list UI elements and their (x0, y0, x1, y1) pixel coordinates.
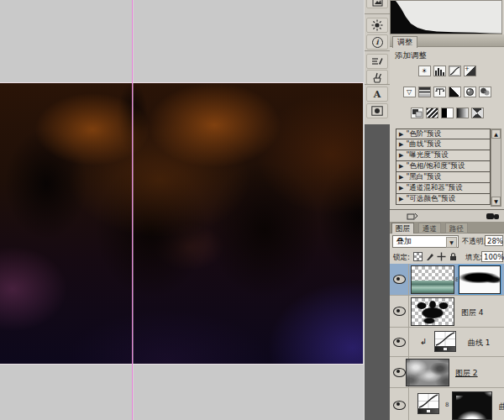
layer-thumbnail[interactable] (406, 359, 449, 386)
clipping-mask-icon: ↲ (420, 337, 427, 346)
adjustment-icons-row-2: ▽ (390, 87, 504, 97)
opacity-value[interactable]: 28% (485, 235, 503, 246)
tab-paths[interactable]: 路径 (445, 223, 468, 234)
threshold-icon[interactable] (441, 108, 454, 118)
preset-levels[interactable]: ▶"色阶"预设 (396, 129, 491, 139)
channel-mixer-icon[interactable] (479, 87, 491, 97)
histogram-graph (391, 1, 501, 34)
eye-icon (393, 338, 406, 347)
brightness-contrast-icon[interactable]: ☀ (418, 66, 431, 76)
preset-black-white[interactable]: ▶"黑白"预设 (396, 172, 491, 183)
layer-thumbnail[interactable] (411, 265, 454, 294)
preset-hue-saturation[interactable]: ▶"色相/饱和度"预设 (396, 161, 491, 172)
fill-label: 填充: (465, 253, 482, 263)
photo-filter-icon[interactable] (464, 87, 476, 97)
visibility-toggle[interactable] (390, 388, 409, 420)
color-balance-icon[interactable] (433, 87, 446, 97)
layer-name[interactable]: 图层 2 (455, 368, 478, 379)
chevron-down-icon[interactable]: ▼ (446, 237, 457, 248)
layer-row[interactable]: 图层 2 (390, 357, 504, 388)
layer-name[interactable]: 图层 4 (461, 307, 484, 318)
vertical-guide[interactable] (132, 0, 133, 420)
add-adjustment-label: 添加调整 (395, 50, 427, 61)
black-white-icon[interactable] (449, 87, 461, 97)
mask-link-icon: 8 (445, 402, 449, 408)
panel-dock-strip: i A (364, 0, 390, 420)
preset-curves[interactable]: ▶"曲线"预设 (396, 139, 491, 150)
layer-thumbnail[interactable] (411, 297, 454, 326)
invert-icon[interactable] (411, 108, 423, 118)
layer-row[interactable]: 图层 4 (390, 296, 504, 328)
adjustment-icons-row-1: ☀ + (390, 66, 504, 76)
layers-list: 8 图层 4 ↲ 曲线 1 (390, 264, 504, 420)
blend-row: 叠加 ▼ 不透明度: 28% (390, 234, 504, 250)
scroll-down-icon[interactable]: ▼ (491, 197, 501, 206)
adjustment-thumbnail[interactable] (434, 331, 458, 352)
adjustment-presets-list: ▶"色阶"预设 ▶"曲线"预设 ▶"曝光度"预设 ▶"色相/饱和度"预设 ▶"黑… (396, 129, 491, 205)
visibility-toggle[interactable] (390, 296, 409, 327)
panel-thumbnail-icon[interactable] (366, 0, 388, 8)
adjustments-bottombar (390, 209, 504, 222)
lock-label: 锁定: (393, 253, 410, 263)
info-icon[interactable]: i (366, 34, 388, 50)
expander-icon[interactable]: ▶ (399, 185, 403, 192)
preset-scrollbar[interactable]: ▲ ▼ (491, 129, 501, 207)
gradient-map-icon[interactable] (456, 108, 469, 118)
posterize-icon[interactable] (426, 108, 438, 118)
fill-value[interactable]: 100% (481, 251, 503, 262)
tab-channels[interactable]: 通道 (418, 223, 441, 234)
expander-icon[interactable]: ▶ (399, 163, 403, 170)
preset-exposure[interactable]: ▶"曝光度"预设 (396, 150, 491, 161)
brush-tools-icon[interactable] (366, 70, 388, 85)
vibrance-icon[interactable]: ▽ (403, 87, 416, 97)
layer-row-selected[interactable]: 8 (390, 264, 504, 296)
expander-icon[interactable]: ▶ (399, 196, 403, 202)
switch-panel-icon[interactable] (407, 213, 418, 221)
expander-icon[interactable]: ▶ (399, 174, 403, 181)
masks-panel-icon[interactable] (366, 103, 388, 118)
hue-saturation-icon[interactable] (418, 87, 431, 97)
tab-adjustments[interactable]: 调整 (392, 36, 417, 48)
histogram-panel (390, 0, 502, 34)
expanded-view-icon[interactable] (486, 213, 500, 220)
lock-row: 锁定: 填充: 100% (390, 250, 504, 264)
tab-layers[interactable]: 图层 (391, 223, 414, 234)
lock-transparency-icon[interactable] (413, 252, 423, 261)
layer-mask-thumbnail[interactable] (452, 391, 492, 420)
horizontal-guide-top (0, 82, 364, 83)
expander-icon[interactable]: ▶ (399, 131, 403, 138)
preset-selective-color[interactable]: ▶"可选颜色"预设 (396, 194, 491, 205)
layer-name[interactable]: 曲 (499, 402, 504, 412)
visibility-toggle[interactable] (390, 328, 409, 356)
horizontal-guide-bottom (0, 364, 364, 365)
color-sampler-icon[interactable] (366, 54, 388, 69)
levels-icon[interactable] (433, 66, 446, 76)
layer-row[interactable]: ↲ 曲线 1 (390, 328, 504, 357)
expander-icon[interactable]: ▶ (399, 141, 403, 148)
preset-channel-mixer[interactable]: ▶"通道混和器"预设 (396, 183, 491, 194)
selective-color-icon[interactable] (471, 108, 484, 118)
lock-position-icon[interactable] (437, 252, 446, 261)
scroll-up-icon[interactable]: ▲ (491, 129, 501, 139)
layer-name[interactable]: 曲线 1 (468, 338, 491, 349)
canvas-pasteboard[interactable] (0, 0, 364, 420)
layer-row[interactable]: 8 曲 (390, 388, 504, 420)
curves-icon[interactable] (449, 66, 461, 76)
blend-mode-select[interactable]: 叠加 ▼ (392, 235, 459, 248)
lock-pixels-icon[interactable] (425, 252, 434, 261)
visibility-toggle[interactable] (390, 264, 409, 295)
character-panel-icon[interactable]: A (366, 87, 388, 102)
adjustment-icons-row-3 (390, 108, 504, 118)
photoshop-window: i A 调整 添 (0, 0, 504, 420)
layer-mask-thumbnail[interactable] (459, 265, 501, 294)
eye-icon (393, 307, 406, 316)
adjustment-thumbnail[interactable] (417, 393, 441, 414)
sun-icon[interactable] (366, 18, 388, 33)
lock-all-icon[interactable] (449, 252, 458, 261)
exposure-icon[interactable]: + (464, 66, 476, 76)
document-artwork[interactable] (0, 83, 363, 364)
eye-icon (393, 401, 406, 410)
layers-tabbar: 图层 通道 路径 (390, 222, 504, 234)
adjustments-tabbar: 调整 (390, 34, 504, 47)
expander-icon[interactable]: ▶ (399, 152, 403, 159)
